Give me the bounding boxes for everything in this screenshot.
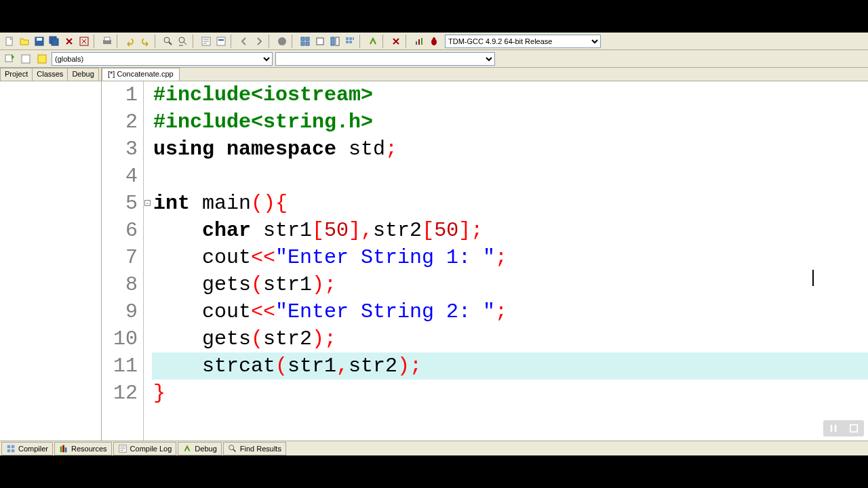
svg-rect-7 xyxy=(104,37,110,41)
svg-rect-18 xyxy=(317,38,323,45)
save-all-button[interactable] xyxy=(47,35,61,48)
ide-window: TDM-GCC 4.9.2 64-bit Release (globals) P… xyxy=(0,33,868,455)
svg-rect-35 xyxy=(12,445,14,447)
run-button[interactable] xyxy=(313,35,327,48)
new-class-button[interactable] xyxy=(3,52,16,66)
compiler-select[interactable]: TDM-GCC 4.9.2 64-bit Release xyxy=(445,35,601,48)
scope-select[interactable]: (globals) xyxy=(52,52,273,66)
svg-rect-27 xyxy=(418,39,420,45)
line-number-gutter: 123456789101112 xyxy=(102,81,144,441)
editor-area: [*] Concatenate.cpp 123456789101112 - #i… xyxy=(102,68,868,441)
svg-rect-12 xyxy=(218,39,224,41)
nav-forward-button[interactable] xyxy=(252,35,266,48)
stop-button[interactable] xyxy=(275,35,289,48)
svg-rect-37 xyxy=(12,449,14,451)
code-line[interactable]: int main(){ xyxy=(152,190,868,217)
debug-bug-button[interactable] xyxy=(427,35,441,48)
close-button[interactable] xyxy=(62,35,76,48)
svg-rect-0 xyxy=(6,37,12,45)
code-editor[interactable]: 123456789101112 - #include<iostream>#inc… xyxy=(102,81,868,441)
find-button[interactable] xyxy=(161,35,175,48)
compiler-icon xyxy=(6,444,16,453)
open-file-button[interactable] xyxy=(18,35,31,48)
undo-button[interactable] xyxy=(123,35,137,48)
close-all-button[interactable] xyxy=(77,35,91,48)
svg-rect-23 xyxy=(353,37,354,40)
find-icon xyxy=(228,444,237,453)
svg-rect-44 xyxy=(835,425,837,432)
left-panel: Project Classes Debug xyxy=(0,68,102,441)
fold-marker[interactable]: - xyxy=(144,200,151,206)
svg-rect-33 xyxy=(38,55,46,63)
resources-icon xyxy=(59,444,68,453)
svg-rect-36 xyxy=(7,449,10,451)
code-line[interactable]: using namespace std; xyxy=(152,136,868,163)
profile-button[interactable] xyxy=(412,35,426,48)
svg-rect-25 xyxy=(349,41,352,43)
log-icon xyxy=(118,444,127,453)
video-overlay xyxy=(823,420,864,436)
svg-rect-19 xyxy=(331,37,334,45)
goto-line-button[interactable] xyxy=(199,35,213,48)
svg-rect-17 xyxy=(306,42,309,45)
pause-icon xyxy=(829,424,838,433)
bottom-panel-tabs: Compiler Resources Compile Log Debug Fin… xyxy=(0,441,868,455)
function-select[interactable] xyxy=(275,52,495,66)
main-toolbar: TDM-GCC 4.9.2 64-bit Release xyxy=(0,33,868,50)
svg-rect-20 xyxy=(336,37,339,45)
code-lines[interactable]: #include<iostream>#include<string.h>usin… xyxy=(152,81,868,441)
code-line[interactable]: cout<<"Enter String 2: "; xyxy=(152,298,868,325)
bookmark-toggle-button[interactable] xyxy=(35,52,49,66)
svg-point-30 xyxy=(433,37,435,40)
svg-rect-28 xyxy=(421,38,422,45)
svg-rect-11 xyxy=(217,37,225,45)
svg-rect-45 xyxy=(850,425,858,432)
bottom-tab-compiler[interactable]: Compiler xyxy=(1,442,53,455)
main-area: Project Classes Debug [*] Concatenate.cp… xyxy=(0,68,868,441)
code-line[interactable]: cout<<"Enter String 1: "; xyxy=(152,244,868,271)
replace-button[interactable] xyxy=(176,35,190,48)
svg-rect-4 xyxy=(52,39,58,45)
insert-button[interactable] xyxy=(19,52,33,66)
compile-run-button[interactable] xyxy=(328,35,342,48)
abort-button[interactable] xyxy=(389,35,403,48)
bottom-tab-label: Find Results xyxy=(240,445,281,453)
svg-point-9 xyxy=(179,37,184,43)
tab-debug[interactable]: Debug xyxy=(67,68,98,81)
save-button[interactable] xyxy=(33,35,46,48)
svg-point-13 xyxy=(278,37,286,45)
new-file-button[interactable] xyxy=(3,35,16,48)
code-line[interactable]: #include<string.h> xyxy=(152,108,868,136)
svg-rect-34 xyxy=(7,445,10,447)
bottom-tab-resources[interactable]: Resources xyxy=(54,442,112,455)
code-line[interactable] xyxy=(152,163,868,190)
svg-rect-31 xyxy=(5,55,12,62)
code-line[interactable]: char str1[50],str2[50]; xyxy=(152,217,868,244)
svg-rect-24 xyxy=(346,41,349,43)
bookmark-button[interactable] xyxy=(214,35,228,48)
secondary-toolbar: (globals) xyxy=(0,50,868,68)
nav-back-button[interactable] xyxy=(237,35,251,48)
debug-button[interactable] xyxy=(366,35,380,48)
bottom-tab-debug[interactable]: Debug xyxy=(178,442,221,455)
code-line[interactable]: #include<iostream> xyxy=(152,81,868,108)
code-line[interactable]: strcat(str1,str2); xyxy=(152,352,868,380)
bottom-tab-label: Debug xyxy=(195,445,216,453)
editor-tab-concatenate[interactable]: [*] Concatenate.cpp xyxy=(102,68,180,81)
svg-rect-32 xyxy=(22,55,30,63)
redo-button[interactable] xyxy=(138,35,152,48)
svg-point-8 xyxy=(164,37,170,43)
bottom-tab-label: Compile Log xyxy=(130,445,172,453)
bottom-tab-find-results[interactable]: Find Results xyxy=(223,442,286,455)
code-line[interactable]: gets(str1); xyxy=(152,271,868,298)
bottom-tab-compile-log[interactable]: Compile Log xyxy=(113,442,177,455)
code-line[interactable]: gets(str2); xyxy=(152,325,868,352)
tab-classes[interactable]: Classes xyxy=(32,68,68,81)
code-line[interactable]: } xyxy=(152,380,868,407)
print-button[interactable] xyxy=(100,35,114,48)
compile-button[interactable] xyxy=(298,35,312,48)
svg-rect-14 xyxy=(301,37,304,41)
tab-project[interactable]: Project xyxy=(0,68,33,81)
rebuild-button[interactable] xyxy=(343,35,357,48)
bottom-tab-label: Resources xyxy=(71,445,107,453)
